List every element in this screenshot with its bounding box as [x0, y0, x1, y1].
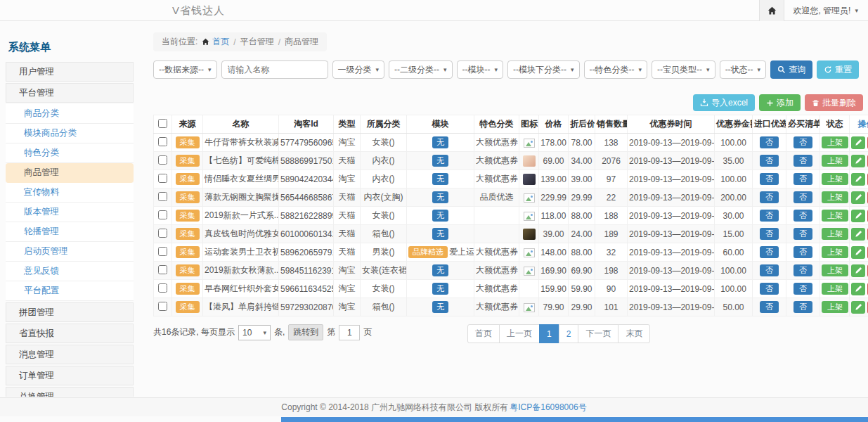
import-select-toggle[interactable]: 否 — [760, 264, 779, 276]
edit-button[interactable] — [851, 210, 865, 222]
batch-delete-button[interactable]: 批量删除 — [805, 94, 863, 111]
page-button-last[interactable]: 末页 — [618, 324, 650, 343]
import-select-toggle[interactable]: 否 — [760, 191, 779, 203]
copyright-text: Copyright © 2014-2018 广州九驰网络科技有限公司 版权所有 — [281, 402, 508, 414]
must-buy-toggle[interactable]: 否 — [793, 155, 812, 167]
edit-button[interactable] — [851, 191, 865, 204]
cell-operations — [850, 280, 868, 298]
import-excel-button[interactable]: 导入excel — [693, 94, 755, 111]
sidebar-item-groupbuy-management[interactable]: 拼团管理 — [6, 302, 134, 322]
import-select-toggle[interactable]: 否 — [760, 301, 779, 313]
must-buy-toggle[interactable]: 否 — [793, 173, 812, 185]
import-select-toggle[interactable]: 否 — [760, 136, 779, 148]
search-button[interactable]: 查询 — [770, 60, 812, 79]
cell-category: 女装(连衣裙) — [361, 262, 407, 280]
import-select-toggle[interactable]: 否 — [760, 155, 779, 167]
filter-select-status[interactable]: --状态--▾ — [720, 60, 767, 79]
status-button[interactable]: 上架 — [822, 283, 848, 295]
must-buy-toggle[interactable]: 否 — [793, 136, 812, 148]
jump-page-input[interactable] — [339, 325, 360, 340]
edit-button[interactable] — [851, 173, 865, 186]
row-checkbox[interactable] — [158, 302, 167, 311]
status-button[interactable]: 上架 — [822, 173, 848, 185]
edit-button[interactable] — [851, 301, 865, 314]
sidebar-item-express-news[interactable]: 省直快报 — [6, 324, 134, 343]
sidebar-item-module-goods-category[interactable]: 模块商品分类 — [6, 124, 134, 143]
sidebar-item-goods-category[interactable]: 商品分类 — [6, 104, 134, 124]
import-select-toggle[interactable]: 否 — [760, 283, 779, 295]
row-checkbox[interactable] — [158, 265, 167, 274]
edit-button[interactable] — [851, 155, 865, 167]
sidebar-item-feature-category[interactable]: 特色分类 — [6, 143, 134, 163]
must-buy-toggle[interactable]: 否 — [793, 264, 812, 276]
edit-button[interactable] — [851, 136, 865, 149]
edit-button[interactable] — [851, 283, 865, 295]
must-buy-toggle[interactable]: 否 — [793, 191, 812, 203]
must-buy-toggle[interactable]: 否 — [793, 228, 812, 240]
sidebar-item-goods-management[interactable]: 商品管理 — [6, 163, 134, 183]
status-button[interactable]: 上架 — [822, 228, 848, 240]
jump-button[interactable]: 跳转到 — [288, 324, 323, 340]
per-page-select[interactable]: 10 ▾ — [238, 325, 271, 340]
add-button[interactable]: 添加 — [759, 94, 801, 111]
page-button-first[interactable]: 首页 — [467, 324, 500, 343]
status-button[interactable]: 上架 — [822, 301, 848, 313]
status-button[interactable]: 上架 — [822, 155, 848, 167]
must-buy-toggle[interactable]: 否 — [793, 301, 812, 313]
filter-select-module-subcategory[interactable]: --模块下分类--▾ — [507, 60, 580, 79]
sidebar-item-splash-management[interactable]: 启动页管理 — [6, 242, 134, 262]
must-buy-toggle[interactable]: 否 — [793, 283, 812, 295]
sidebar-item-exchange-management[interactable]: 兑换管理 — [6, 387, 134, 397]
must-buy-toggle[interactable]: 否 — [793, 246, 812, 258]
import-select-toggle[interactable]: 否 — [760, 210, 779, 222]
page-button-page-2[interactable]: 2 — [559, 324, 579, 343]
row-checkbox[interactable] — [158, 155, 167, 165]
home-button[interactable] — [759, 0, 784, 21]
filter-select-module[interactable]: --模块--▾ — [457, 60, 504, 79]
cell-name: 真皮钱包时尚优雅女士... — [203, 225, 279, 243]
filter-select-level2-category[interactable]: --二级分类--▾ — [389, 60, 453, 79]
edit-button[interactable] — [851, 246, 865, 259]
sidebar-item-order-management[interactable]: 订单管理 — [6, 366, 134, 385]
sidebar-item-version-management[interactable]: 版本管理 — [6, 203, 134, 222]
row-checkbox[interactable] — [158, 137, 167, 146]
row-checkbox[interactable] — [158, 229, 167, 238]
filter-select-level1-category[interactable]: 一级分类▾ — [332, 60, 385, 79]
row-checkbox[interactable] — [158, 174, 167, 183]
name-search-input[interactable] — [221, 60, 328, 79]
filter-select-feature-category[interactable]: --特色分类--▾ — [584, 60, 648, 79]
import-select-toggle[interactable]: 否 — [760, 246, 779, 258]
edit-button[interactable] — [851, 228, 865, 241]
icp-link[interactable]: 粤ICP备16098006号 — [510, 402, 586, 414]
chevron-down-icon: ▾ — [208, 66, 212, 73]
import-select-toggle[interactable]: 否 — [760, 173, 779, 185]
sidebar-item-platform-management[interactable]: 平台管理 — [6, 83, 134, 103]
page-button-next[interactable]: 下一页 — [578, 324, 618, 343]
status-button[interactable]: 上架 — [822, 191, 848, 203]
sidebar-item-message-management[interactable]: 消息管理 — [6, 345, 134, 364]
filter-select-data-source[interactable]: --数据来源--▾ — [153, 60, 217, 79]
status-button[interactable]: 上架 — [822, 136, 848, 148]
edit-button[interactable] — [851, 264, 865, 277]
page-button-page-1[interactable]: 1 — [539, 324, 559, 343]
select-all-checkbox[interactable] — [158, 119, 167, 128]
status-button[interactable]: 上架 — [822, 246, 848, 258]
filter-select-item-type[interactable]: --宝贝类型--▾ — [652, 60, 715, 79]
row-checkbox[interactable] — [158, 247, 167, 256]
status-button[interactable]: 上架 — [822, 264, 848, 276]
row-checkbox[interactable] — [158, 210, 167, 219]
sidebar-item-promo-materials[interactable]: 宣传物料 — [6, 183, 134, 203]
row-checkbox[interactable] — [158, 283, 167, 293]
sidebar-item-carousel-management[interactable]: 轮播管理 — [6, 222, 134, 242]
import-select-toggle[interactable]: 否 — [760, 228, 779, 240]
sidebar-item-user-management[interactable]: 用户管理 — [6, 62, 134, 82]
sidebar-item-feedback[interactable]: 意见反馈 — [6, 262, 134, 281]
reset-button[interactable]: 重置 — [817, 60, 859, 79]
status-button[interactable]: 上架 — [822, 210, 848, 222]
user-menu[interactable]: 欢迎您, 管理员! ▾ — [784, 5, 868, 17]
must-buy-toggle[interactable]: 否 — [793, 210, 812, 222]
page-button-prev[interactable]: 上一页 — [499, 324, 540, 343]
row-checkbox[interactable] — [158, 192, 167, 201]
sidebar-item-platform-config[interactable]: 平台配置 — [6, 281, 134, 301]
breadcrumb-home-link[interactable]: 首页 — [212, 36, 229, 48]
